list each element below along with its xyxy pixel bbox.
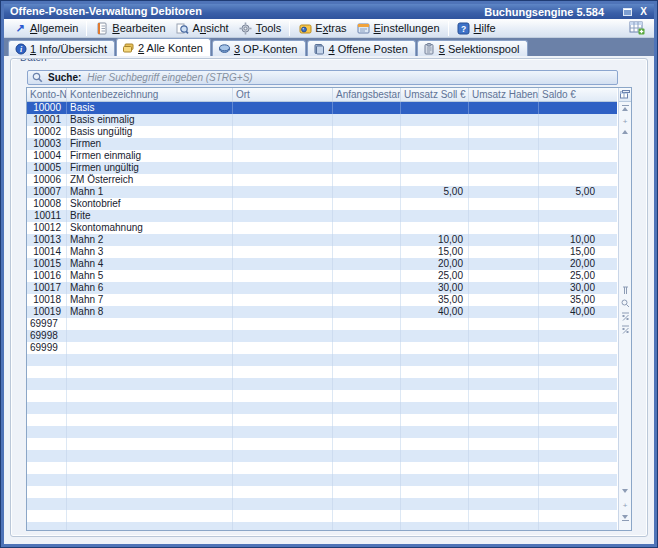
grid-percent-icon[interactable] — [619, 325, 631, 334]
table-cell — [539, 366, 615, 378]
restore-button[interactable] — [621, 6, 634, 17]
table-row[interactable]: 10001Basis einmalig — [27, 114, 617, 126]
table-row[interactable]: 10017Mahn 630,0030,00 — [27, 282, 617, 294]
table-row-empty[interactable] — [27, 474, 617, 486]
scroll-page-down-button[interactable]: + — [619, 502, 631, 509]
table-row-empty[interactable] — [27, 414, 617, 426]
column-chooser-button[interactable] — [619, 88, 631, 102]
grid-percent-icon[interactable] — [619, 312, 631, 321]
scroll-last-button[interactable] — [619, 515, 631, 521]
table-row-empty[interactable] — [27, 462, 617, 474]
table-row[interactable]: 10002Basis ungültig — [27, 126, 617, 138]
scroll-page-up-button[interactable]: + — [619, 118, 631, 125]
scroll-up-button[interactable] — [619, 130, 631, 134]
table-layout-button[interactable] — [624, 20, 650, 37]
table-row-empty[interactable] — [27, 390, 617, 402]
table-cell — [469, 426, 539, 438]
table-row-empty[interactable] — [27, 450, 617, 462]
table-cell — [333, 222, 401, 234]
edit-notebook-icon — [95, 22, 109, 35]
table-cell — [333, 186, 401, 198]
table-cell — [469, 354, 539, 366]
grid-zoom-icon[interactable] — [619, 299, 631, 308]
table-row[interactable]: 10006ZM Österreich — [27, 174, 617, 186]
scroll-down-button[interactable] — [619, 489, 631, 493]
table-row[interactable]: 10015Mahn 420,0020,00 — [27, 258, 617, 270]
tab-op-konten[interactable]: 3 OP-Konten — [212, 40, 306, 56]
column-header-anfangsbestand[interactable]: Anfangsbestand — [333, 88, 401, 101]
table-cell — [233, 450, 333, 462]
table-cell — [27, 486, 67, 498]
table-row-empty[interactable] — [27, 522, 617, 530]
column-header-umsatz-soll[interactable]: Umsatz Soll € — [401, 88, 469, 101]
table-row[interactable]: 10003Firmen — [27, 138, 617, 150]
table-row[interactable]: 10014Mahn 315,0015,00 — [27, 246, 617, 258]
table-row-empty[interactable] — [27, 426, 617, 438]
table-row-empty[interactable] — [27, 510, 617, 522]
table-cell — [539, 342, 615, 354]
table-row[interactable]: 10004Firmen einmalig — [27, 150, 617, 162]
table-row[interactable]: 10013Mahn 210,0010,00 — [27, 234, 617, 246]
table-row-empty[interactable] — [27, 378, 617, 390]
table-cell: Mahn 6 — [67, 282, 233, 294]
table-row-empty[interactable] — [27, 354, 617, 366]
table-row-empty[interactable] — [27, 498, 617, 510]
table-row[interactable]: 10005Firmen ungültig — [27, 162, 617, 174]
table-row[interactable]: 10016Mahn 525,0025,00 — [27, 270, 617, 282]
table-row-empty[interactable] — [27, 438, 617, 450]
tab-offene-posten[interactable]: 4 Offene Posten — [307, 40, 416, 56]
table-cell: Skontobrief — [67, 198, 233, 210]
column-header-umsatz-haben[interactable]: Umsatz Haben € — [469, 88, 539, 101]
row-marker-icon[interactable] — [619, 286, 631, 295]
table-cell — [333, 438, 401, 450]
table-row[interactable]: 10008Skontobrief — [27, 198, 617, 210]
menu-ansicht[interactable]: Ansicht — [171, 20, 234, 37]
menu-einstellungen[interactable]: Einstellungen — [352, 20, 445, 37]
search-icon — [32, 72, 44, 83]
table-row-empty[interactable] — [27, 402, 617, 414]
table-row-empty[interactable] — [27, 366, 617, 378]
table-cell: 10012 — [27, 222, 67, 234]
menu-extras[interactable]: Extras — [293, 20, 351, 37]
table-cell — [233, 390, 333, 402]
table-cell: Mahn 5 — [67, 270, 233, 282]
table-row[interactable]: 10018Mahn 735,0035,00 — [27, 294, 617, 306]
table-row[interactable]: 69997 — [27, 318, 617, 330]
column-header-ort[interactable]: Ort — [233, 88, 333, 101]
table-cell — [469, 378, 539, 390]
table-row[interactable]: 10012Skontomahnung — [27, 222, 617, 234]
menu-allgemein[interactable]: ↗ Allgemein — [8, 20, 83, 37]
table-row-empty[interactable] — [27, 486, 617, 498]
menu-bearbeiten[interactable]: Bearbeiten — [90, 20, 170, 37]
scroll-first-button[interactable] — [619, 105, 631, 111]
menubar-separator — [448, 21, 449, 36]
close-button[interactable]: X — [637, 6, 650, 17]
column-header-saldo[interactable]: Saldo € — [539, 88, 615, 101]
table-cell — [401, 378, 469, 390]
table-row[interactable]: 10007Mahn 15,005,00 — [27, 186, 617, 198]
table-row[interactable]: 69998 — [27, 330, 617, 342]
table-cell — [469, 114, 539, 126]
table-cell — [469, 474, 539, 486]
table-cell — [539, 414, 615, 426]
table-row[interactable]: 10019Mahn 840,0040,00 — [27, 306, 617, 318]
table-cell — [469, 186, 539, 198]
table-cell — [469, 462, 539, 474]
menu-tools[interactable]: Tools — [234, 20, 287, 37]
table-row[interactable]: 10011Brite — [27, 210, 617, 222]
tab-alle-konten[interactable]: 2 Alle Konten — [116, 38, 211, 56]
table-row[interactable]: 10000Basis — [27, 102, 617, 114]
column-header-konto-nr[interactable]: Konto-Nr. — [27, 88, 67, 101]
table-cell: Mahn 7 — [67, 294, 233, 306]
table-cell — [333, 426, 401, 438]
menu-hilfe[interactable]: ? Hilfe — [452, 20, 501, 37]
table-row[interactable]: 69999 — [27, 342, 617, 354]
table-cell — [67, 450, 233, 462]
tab-info-uebersicht[interactable]: i 1 Info/Übersicht — [8, 40, 115, 56]
table-cell — [333, 198, 401, 210]
column-header-kontenbezeichnung[interactable]: Kontenbezeichnung — [67, 88, 233, 101]
table-cell — [233, 102, 333, 114]
search-input[interactable]: Suche: Hier Suchbegriff eingeben (STRG+S… — [27, 70, 618, 85]
table-cell — [469, 198, 539, 210]
tab-selektionspool[interactable]: 5 Selektionspool — [417, 40, 528, 56]
